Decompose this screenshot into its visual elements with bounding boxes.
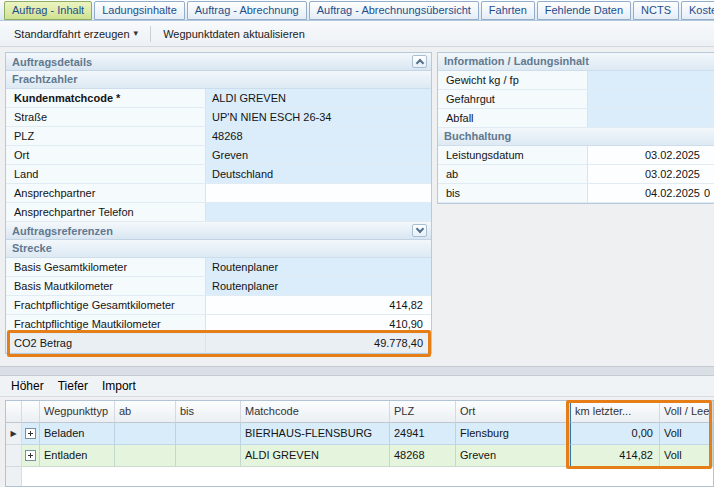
horizontal-splitter[interactable] xyxy=(0,366,714,376)
land-label: Land xyxy=(6,165,206,183)
row-kundenmatchcode: Kundenmatchcode * ALDI GREVEN xyxy=(6,89,431,108)
tab-auftrag-abrechnung[interactable]: Auftrag - Abrechnung xyxy=(187,1,307,20)
auftragsreferenzen-group-header[interactable]: Auftragsreferenzen xyxy=(6,222,431,240)
standardfahrt-erzeugen-button[interactable]: Standardfahrt erzeugen ▾ xyxy=(8,25,144,43)
tab-bar: Auftrag - Inhalt Ladungsinhalte Auftrag … xyxy=(0,0,714,21)
auftragsdetails-group-header[interactable]: Auftragsdetails xyxy=(6,53,431,71)
cell-ort: Greven xyxy=(456,445,570,467)
frachtpflichtige-gesamtkilometer-field[interactable]: 414,82 xyxy=(206,296,431,314)
row-co2-betrag: CO2 Betrag 49.778,40 xyxy=(6,334,431,353)
row-bis-datum: bis 04.02.2025 0 xyxy=(438,184,714,203)
co2-betrag-field[interactable]: 49.778,40 xyxy=(206,334,431,352)
information-panel: Information / Ladungsinhalt Gewicht kg /… xyxy=(437,52,714,204)
cell-wegpunkttyp: Beladen xyxy=(40,423,115,445)
gefahrgut-field[interactable] xyxy=(588,90,714,108)
row-gewicht: Gewicht kg / fp xyxy=(438,71,714,90)
ansprechpartner-field[interactable] xyxy=(206,184,431,202)
bis-datum-value: 04.02.2025 xyxy=(645,187,700,199)
row-basis-mautkilometer: Basis Mautkilometer Routenplaner xyxy=(6,277,431,296)
tab-kostenuebersicht[interactable]: Kostenüb xyxy=(681,1,714,20)
cell-ab xyxy=(115,445,176,467)
cell-matchcode: BIERHAUS-FLENSBURG xyxy=(241,423,390,445)
row-indicator-cell: ▶ xyxy=(6,423,22,445)
waypoint-row-entladen[interactable]: Entladen ALDI GREVEN 48268 Greven 414,82… xyxy=(6,445,713,467)
ort-field[interactable]: Greven xyxy=(206,146,431,164)
row-ansprechpartner-telefon: Ansprechpartner Telefon xyxy=(6,203,431,222)
cell-ort: Flensburg xyxy=(456,423,570,445)
waypoint-menu-bar: Höher Tiefer Import xyxy=(0,376,714,397)
auftragsreferenzen-title: Auftragsreferenzen xyxy=(12,225,113,237)
cell-bis xyxy=(176,423,241,445)
gewicht-field[interactable] xyxy=(588,71,714,89)
column-header-bis[interactable]: bis xyxy=(176,401,241,423)
column-header-ort[interactable]: Ort xyxy=(456,401,570,423)
frachtzahler-section-header: Frachtzahler xyxy=(6,71,431,89)
column-header-wegpunkttyp[interactable]: Wegpunkttyp xyxy=(40,401,115,423)
plz-field[interactable]: 48268 xyxy=(206,127,431,145)
information-ladungsinhalt-header: Information / Ladungsinhalt xyxy=(438,53,714,71)
column-header-km-letzter[interactable]: km letzter... xyxy=(570,401,660,423)
indicator-column-header xyxy=(6,401,22,423)
row-ort: Ort Greven xyxy=(6,146,431,165)
abfall-label: Abfall xyxy=(438,109,588,127)
gefahrgut-label: Gefahrgut xyxy=(438,90,588,108)
row-gefahrgut: Gefahrgut xyxy=(438,90,714,109)
expand-plus-icon[interactable] xyxy=(25,450,36,461)
collapse-auftragsdetails-button[interactable] xyxy=(412,55,427,68)
toolbar-separator xyxy=(150,26,151,42)
menu-item-import[interactable]: Import xyxy=(95,377,143,395)
land-field[interactable]: Deutschland xyxy=(206,165,431,183)
tab-ladungsinhalte[interactable]: Ladungsinhalte xyxy=(94,1,185,20)
basis-gesamtkilometer-field[interactable]: Routenplaner xyxy=(206,258,431,276)
ansprechpartner-telefon-field[interactable] xyxy=(206,203,431,221)
waypoint-table-header: Wegpunkttyp ab bis Matchcode PLZ Ort km … xyxy=(6,401,713,423)
auftragsdetails-title: Auftragsdetails xyxy=(12,56,92,68)
expand-auftragsreferenzen-button[interactable] xyxy=(412,224,427,237)
current-row-arrow-icon: ▶ xyxy=(10,423,16,444)
column-header-matchcode[interactable]: Matchcode xyxy=(241,401,390,423)
row-ab-datum: ab 03.02.2025 xyxy=(438,165,714,184)
ab-datum-label: ab xyxy=(438,165,588,183)
column-header-ab[interactable]: ab xyxy=(115,401,176,423)
cell-km-letzter: 414,82 xyxy=(570,445,660,467)
frachtpflichtige-mautkilometer-field[interactable]: 410,90 xyxy=(206,315,431,333)
plz-label: PLZ xyxy=(6,127,206,145)
strasse-field[interactable]: UP'N NIEN ESCH 26-34 xyxy=(206,108,431,126)
row-abfall: Abfall xyxy=(438,109,714,128)
menu-item-tiefer[interactable]: Tiefer xyxy=(51,377,95,395)
chevron-down-icon xyxy=(415,225,423,233)
waypoint-table: Wegpunkttyp ab bis Matchcode PLZ Ort km … xyxy=(5,400,714,487)
kundenmatchcode-field[interactable]: ALDI GREVEN xyxy=(206,89,431,107)
dropdown-caret-icon[interactable]: ▾ xyxy=(134,29,139,38)
tab-fehlende-daten[interactable]: Fehlende Daten xyxy=(537,1,631,20)
indicator-filler xyxy=(6,467,22,487)
buchhaltung-section-header: Buchhaltung xyxy=(438,128,714,146)
frachtpflichtige-gesamtkilometer-label: Frachtpflichtige Gesamtkilometer xyxy=(6,296,206,314)
basis-gesamtkilometer-label: Basis Gesamtkilometer xyxy=(6,258,206,276)
cell-matchcode: ALDI GREVEN xyxy=(241,445,390,467)
bis-datum-field[interactable]: 04.02.2025 0 xyxy=(588,184,714,202)
tab-fahrten[interactable]: Fahrten xyxy=(481,1,535,20)
strecke-section-header: Strecke xyxy=(6,240,431,258)
basis-mautkilometer-field[interactable]: Routenplaner xyxy=(206,277,431,295)
expand-column-header xyxy=(22,401,40,423)
cell-bis xyxy=(176,445,241,467)
leistungsdatum-field[interactable]: 03.02.2025 xyxy=(588,146,714,164)
tab-auftrag-abrechnungsuebersicht[interactable]: Auftrag - Abrechnungsübersicht xyxy=(309,1,479,20)
row-strasse: Straße UP'N NIEN ESCH 26-34 xyxy=(6,108,431,127)
ab-datum-field[interactable]: 03.02.2025 xyxy=(588,165,714,183)
expand-plus-icon[interactable] xyxy=(25,428,36,439)
waypoint-row-beladen[interactable]: ▶ Beladen BIERHAUS-FLENSBURG 24941 Flens… xyxy=(6,423,713,445)
basis-mautkilometer-label: Basis Mautkilometer xyxy=(6,277,206,295)
wegpunktdaten-aktualisieren-button[interactable]: Wegpunktdaten aktualisieren xyxy=(157,25,311,43)
tab-ncts[interactable]: NCTS xyxy=(633,1,679,20)
column-header-plz[interactable]: PLZ xyxy=(390,401,456,423)
cell-plz: 48268 xyxy=(390,445,456,467)
menu-item-hoeher[interactable]: Höher xyxy=(4,377,51,395)
row-land: Land Deutschland xyxy=(6,165,431,184)
tab-auftrag-inhalt[interactable]: Auftrag - Inhalt xyxy=(4,1,92,20)
row-plz: PLZ 48268 xyxy=(6,127,431,146)
column-header-voll-leer[interactable]: Voll / Leer xyxy=(660,401,713,423)
abfall-field[interactable] xyxy=(588,109,714,127)
table-filler xyxy=(6,467,713,487)
